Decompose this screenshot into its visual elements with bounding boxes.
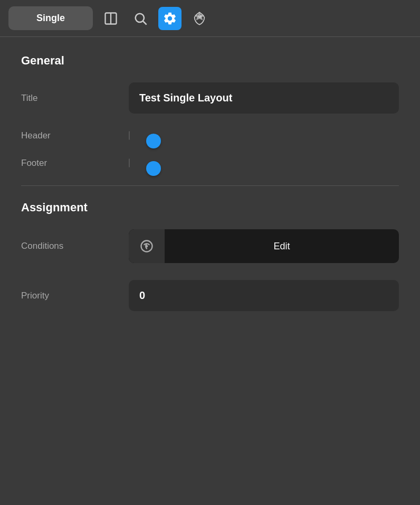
header-toggle-knob (146, 134, 161, 148)
assignment-section-title: Assignment (21, 201, 399, 214)
split-view-button[interactable] (99, 7, 122, 30)
footer-row: Footer (21, 158, 399, 169)
svg-point-2 (136, 13, 144, 22)
conditions-label: Conditions (21, 241, 116, 251)
svg-line-3 (143, 21, 146, 24)
header-toggle-track (129, 131, 130, 140)
priority-row: Priority (21, 280, 399, 311)
conditions-icon (139, 239, 154, 254)
section-divider (21, 185, 399, 186)
footer-toggle-wrapper (129, 158, 399, 168)
title-row: Title (21, 82, 399, 114)
badge-button[interactable] (188, 7, 211, 30)
settings-button[interactable] (158, 7, 182, 30)
conditions-row: Conditions Edit (21, 229, 399, 263)
title-label: Title (21, 93, 116, 104)
main-content: General Title Header Footer (0, 37, 420, 345)
priority-input-wrapper (129, 280, 399, 311)
conditions-btn-wrapper: Edit (129, 229, 399, 263)
top-nav: Single (0, 0, 420, 37)
header-toggle-wrapper (129, 131, 399, 141)
footer-toggle-knob (146, 161, 161, 176)
header-label: Header (21, 130, 116, 141)
conditions-icon-area (129, 229, 165, 263)
single-view-button[interactable]: Single (8, 6, 93, 30)
general-section-title: General (21, 54, 399, 68)
header-row: Header (21, 130, 399, 141)
footer-toggle-track (129, 158, 130, 167)
title-input[interactable] (129, 82, 399, 114)
badge-icon (192, 11, 207, 26)
conditions-edit-button[interactable]: Edit (129, 229, 399, 263)
search-button[interactable] (129, 7, 152, 30)
footer-label: Footer (21, 158, 116, 169)
title-input-wrapper (129, 82, 399, 114)
priority-input[interactable] (129, 280, 399, 311)
search-icon (133, 11, 148, 26)
settings-icon (163, 11, 177, 26)
svg-point-5 (146, 245, 148, 248)
priority-label: Priority (21, 291, 116, 301)
split-view-icon (103, 11, 118, 26)
conditions-edit-label: Edit (165, 231, 399, 261)
